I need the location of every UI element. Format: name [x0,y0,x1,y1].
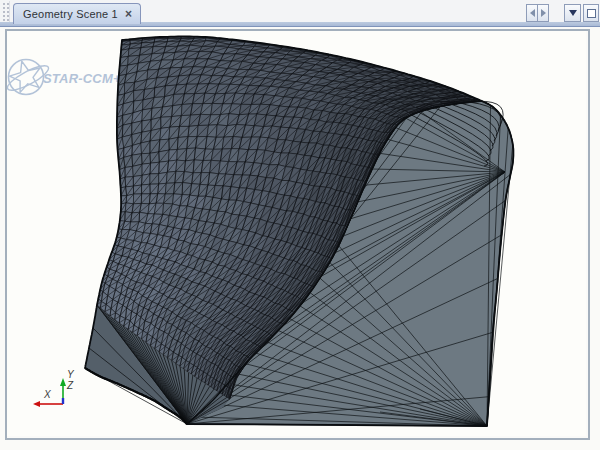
mesh-quads [160,127,170,140]
mesh-quads [197,125,209,137]
close-icon[interactable]: × [125,9,132,19]
mesh-quads [233,125,272,138]
mesh-quads [189,114,211,126]
mesh-quads [209,114,229,126]
mesh-quads [237,149,265,164]
axis-x-label: X [43,389,51,400]
mesh-quads [121,194,134,204]
mesh-quads [133,194,165,204]
mesh-quads [177,148,214,161]
meshed-solid [85,37,513,427]
mesh-quads [174,217,192,230]
tab-label: Geometry Scene 1 [23,8,118,21]
mesh-quads [207,125,217,138]
mesh-quads [154,203,163,214]
mesh-quads [181,104,203,116]
3d-viewport[interactable]: STAR-CCM+ X Y Z [0,0,600,450]
tab-geometry-scene-1[interactable]: Geometry Scene 1 × [13,3,141,24]
mesh-quads [227,114,256,126]
mesh-quads [169,150,178,162]
mesh-quads [150,174,159,185]
mesh-quads [211,149,231,162]
mesh-quads [176,160,211,173]
mesh-quads [222,137,268,151]
axis-z-label: Z [66,380,74,391]
mesh-quads [241,94,275,105]
geometry-scene-window: STAR-CCM+ X Y Z Geometry Scene 1 × [0,0,600,450]
mesh-quads [159,172,168,184]
watermark-text: STAR-CCM+ [43,71,121,86]
mesh-quads [133,164,143,176]
mesh-quads [164,194,174,204]
